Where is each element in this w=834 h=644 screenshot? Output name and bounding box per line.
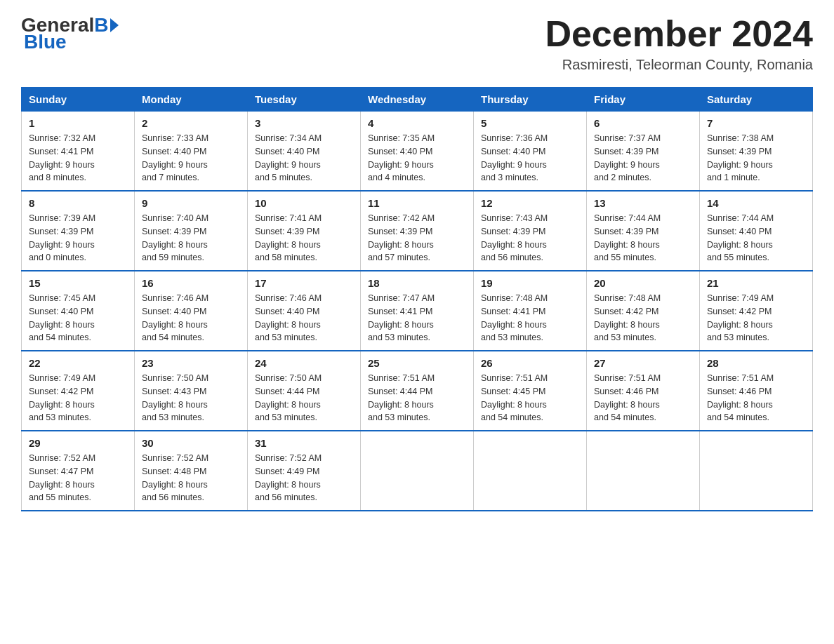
- calendar-cell: 27 Sunrise: 7:51 AM Sunset: 4:46 PM Dayl…: [587, 351, 700, 431]
- location-title: Rasmiresti, Teleorman County, Romania: [545, 57, 813, 73]
- day-info: Sunrise: 7:33 AM Sunset: 4:40 PM Dayligh…: [142, 132, 240, 185]
- calendar-week-4: 22 Sunrise: 7:49 AM Sunset: 4:42 PM Dayl…: [22, 351, 813, 431]
- day-info: Sunrise: 7:47 AM Sunset: 4:41 PM Dayligh…: [368, 292, 466, 344]
- day-info: Sunrise: 7:49 AM Sunset: 4:42 PM Dayligh…: [29, 372, 127, 424]
- calendar-cell: [361, 431, 474, 511]
- logo-b-letter: B: [94, 14, 108, 36]
- day-info: Sunrise: 7:44 AM Sunset: 4:40 PM Dayligh…: [707, 212, 805, 264]
- day-number: 5: [481, 117, 579, 129]
- calendar-cell: 22 Sunrise: 7:49 AM Sunset: 4:42 PM Dayl…: [22, 351, 135, 431]
- calendar-cell: 1 Sunrise: 7:32 AM Sunset: 4:41 PM Dayli…: [22, 112, 135, 192]
- calendar-cell: 8 Sunrise: 7:39 AM Sunset: 4:39 PM Dayli…: [22, 191, 135, 271]
- day-info: Sunrise: 7:46 AM Sunset: 4:40 PM Dayligh…: [142, 292, 240, 344]
- calendar-cell: 23 Sunrise: 7:50 AM Sunset: 4:43 PM Dayl…: [135, 351, 248, 431]
- header-sunday: Sunday: [22, 88, 135, 112]
- day-number: 15: [29, 277, 127, 289]
- day-number: 19: [481, 277, 579, 289]
- calendar-cell: 26 Sunrise: 7:51 AM Sunset: 4:45 PM Dayl…: [474, 351, 587, 431]
- calendar-week-2: 8 Sunrise: 7:39 AM Sunset: 4:39 PM Dayli…: [22, 191, 813, 271]
- day-number: 28: [707, 357, 805, 369]
- day-number: 12: [481, 197, 579, 209]
- calendar-cell: [700, 431, 813, 511]
- calendar-cell: 12 Sunrise: 7:43 AM Sunset: 4:39 PM Dayl…: [474, 191, 587, 271]
- header-tuesday: Tuesday: [248, 88, 361, 112]
- header-thursday: Thursday: [474, 88, 587, 112]
- day-number: 1: [29, 117, 127, 129]
- day-number: 3: [255, 117, 353, 129]
- calendar-cell: 28 Sunrise: 7:51 AM Sunset: 4:46 PM Dayl…: [700, 351, 813, 431]
- day-info: Sunrise: 7:35 AM Sunset: 4:40 PM Dayligh…: [368, 132, 466, 185]
- day-number: 20: [594, 277, 692, 289]
- calendar-cell: 30 Sunrise: 7:52 AM Sunset: 4:48 PM Dayl…: [135, 431, 248, 511]
- header-row: Sunday Monday Tuesday Wednesday Thursday…: [22, 88, 813, 112]
- calendar-cell: [474, 431, 587, 511]
- header-monday: Monday: [135, 88, 248, 112]
- calendar-cell: 29 Sunrise: 7:52 AM Sunset: 4:47 PM Dayl…: [22, 431, 135, 511]
- calendar-cell: 2 Sunrise: 7:33 AM Sunset: 4:40 PM Dayli…: [135, 112, 248, 192]
- calendar-cell: 7 Sunrise: 7:38 AM Sunset: 4:39 PM Dayli…: [700, 112, 813, 192]
- day-number: 6: [594, 117, 692, 129]
- day-number: 21: [707, 277, 805, 289]
- calendar-cell: 9 Sunrise: 7:40 AM Sunset: 4:39 PM Dayli…: [135, 191, 248, 271]
- day-info: Sunrise: 7:51 AM Sunset: 4:46 PM Dayligh…: [707, 372, 805, 424]
- calendar-cell: 18 Sunrise: 7:47 AM Sunset: 4:41 PM Dayl…: [361, 271, 474, 351]
- calendar-cell: 13 Sunrise: 7:44 AM Sunset: 4:39 PM Dayl…: [587, 191, 700, 271]
- calendar-body: 1 Sunrise: 7:32 AM Sunset: 4:41 PM Dayli…: [22, 112, 813, 511]
- day-info: Sunrise: 7:46 AM Sunset: 4:40 PM Dayligh…: [255, 292, 353, 344]
- day-number: 25: [368, 357, 466, 369]
- day-info: Sunrise: 7:48 AM Sunset: 4:42 PM Dayligh…: [594, 292, 692, 344]
- day-info: Sunrise: 7:44 AM Sunset: 4:39 PM Dayligh…: [594, 212, 692, 264]
- calendar-cell: 5 Sunrise: 7:36 AM Sunset: 4:40 PM Dayli…: [474, 112, 587, 192]
- header-friday: Friday: [587, 88, 700, 112]
- calendar-cell: 6 Sunrise: 7:37 AM Sunset: 4:39 PM Dayli…: [587, 112, 700, 192]
- calendar-week-3: 15 Sunrise: 7:45 AM Sunset: 4:40 PM Dayl…: [22, 271, 813, 351]
- calendar-cell: 31 Sunrise: 7:52 AM Sunset: 4:49 PM Dayl…: [248, 431, 361, 511]
- day-number: 9: [142, 197, 240, 209]
- logo-arrow-icon: [110, 18, 119, 32]
- day-info: Sunrise: 7:52 AM Sunset: 4:47 PM Dayligh…: [29, 452, 127, 504]
- logo-blue-part: B: [94, 14, 118, 36]
- header-wednesday: Wednesday: [361, 88, 474, 112]
- day-number: 16: [142, 277, 240, 289]
- day-number: 22: [29, 357, 127, 369]
- day-number: 17: [255, 277, 353, 289]
- day-number: 23: [142, 357, 240, 369]
- day-number: 11: [368, 197, 466, 209]
- day-info: Sunrise: 7:43 AM Sunset: 4:39 PM Dayligh…: [481, 212, 579, 264]
- day-number: 8: [29, 197, 127, 209]
- logo-blue-word: Blue: [22, 31, 67, 53]
- day-info: Sunrise: 7:34 AM Sunset: 4:40 PM Dayligh…: [255, 132, 353, 185]
- day-info: Sunrise: 7:50 AM Sunset: 4:43 PM Dayligh…: [142, 372, 240, 424]
- day-number: 26: [481, 357, 579, 369]
- day-info: Sunrise: 7:37 AM Sunset: 4:39 PM Dayligh…: [594, 132, 692, 185]
- day-info: Sunrise: 7:49 AM Sunset: 4:42 PM Dayligh…: [707, 292, 805, 344]
- day-number: 14: [707, 197, 805, 209]
- calendar-week-1: 1 Sunrise: 7:32 AM Sunset: 4:41 PM Dayli…: [22, 112, 813, 192]
- title-area: December 2024 Rasmiresti, Teleorman Coun…: [545, 14, 813, 73]
- calendar-cell: 16 Sunrise: 7:46 AM Sunset: 4:40 PM Dayl…: [135, 271, 248, 351]
- day-number: 7: [707, 117, 805, 129]
- day-info: Sunrise: 7:51 AM Sunset: 4:45 PM Dayligh…: [481, 372, 579, 424]
- day-number: 27: [594, 357, 692, 369]
- day-info: Sunrise: 7:52 AM Sunset: 4:49 PM Dayligh…: [255, 452, 353, 504]
- day-info: Sunrise: 7:51 AM Sunset: 4:44 PM Dayligh…: [368, 372, 466, 424]
- day-info: Sunrise: 7:48 AM Sunset: 4:41 PM Dayligh…: [481, 292, 579, 344]
- day-info: Sunrise: 7:52 AM Sunset: 4:48 PM Dayligh…: [142, 452, 240, 504]
- day-info: Sunrise: 7:42 AM Sunset: 4:39 PM Dayligh…: [368, 212, 466, 264]
- day-info: Sunrise: 7:32 AM Sunset: 4:41 PM Dayligh…: [29, 132, 127, 185]
- calendar-cell: 10 Sunrise: 7:41 AM Sunset: 4:39 PM Dayl…: [248, 191, 361, 271]
- day-info: Sunrise: 7:36 AM Sunset: 4:40 PM Dayligh…: [481, 132, 579, 185]
- day-info: Sunrise: 7:51 AM Sunset: 4:46 PM Dayligh…: [594, 372, 692, 424]
- calendar-cell: 21 Sunrise: 7:49 AM Sunset: 4:42 PM Dayl…: [700, 271, 813, 351]
- calendar-cell: 20 Sunrise: 7:48 AM Sunset: 4:42 PM Dayl…: [587, 271, 700, 351]
- day-info: Sunrise: 7:38 AM Sunset: 4:39 PM Dayligh…: [707, 132, 805, 185]
- day-info: Sunrise: 7:41 AM Sunset: 4:39 PM Dayligh…: [255, 212, 353, 264]
- calendar-cell: 15 Sunrise: 7:45 AM Sunset: 4:40 PM Dayl…: [22, 271, 135, 351]
- day-number: 31: [255, 437, 353, 449]
- calendar-table: Sunday Monday Tuesday Wednesday Thursday…: [21, 87, 813, 511]
- calendar-header: Sunday Monday Tuesday Wednesday Thursday…: [22, 88, 813, 112]
- day-number: 29: [29, 437, 127, 449]
- day-number: 24: [255, 357, 353, 369]
- calendar-cell: [587, 431, 700, 511]
- day-info: Sunrise: 7:45 AM Sunset: 4:40 PM Dayligh…: [29, 292, 127, 344]
